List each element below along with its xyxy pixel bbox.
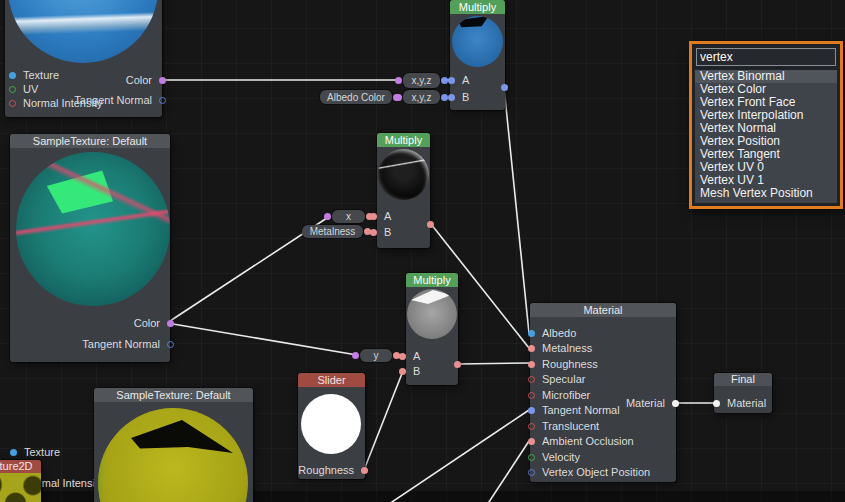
port-vector-input[interactable] — [352, 352, 359, 359]
node-search-input[interactable] — [696, 48, 836, 66]
multiply-preview-sphere-gray — [407, 289, 457, 339]
port-tangent-normal-output[interactable] — [167, 341, 174, 348]
port-label: Tangent Normal — [74, 94, 152, 106]
port-color-output[interactable] — [159, 77, 166, 84]
port-label: Albedo — [542, 327, 576, 339]
port-vector-input[interactable] — [324, 213, 331, 220]
port-a-input[interactable] — [448, 77, 455, 84]
port-label: Texture — [23, 69, 59, 81]
port-tangent-normal-input[interactable] — [528, 407, 535, 414]
node-sample-texture-mid[interactable]: SampleTexture: Default Texture UV Normal… — [10, 134, 170, 362]
node-title[interactable]: Slider — [298, 373, 365, 387]
port-label: A — [462, 74, 469, 86]
node-search-popup: Vertex Binormal Vertex Color Vertex Fron… — [689, 41, 843, 209]
port-result-output[interactable] — [501, 84, 508, 91]
node-title[interactable]: Multiply — [406, 273, 458, 287]
multiply-preview-sphere-black — [378, 149, 429, 200]
port-vector-input[interactable] — [395, 77, 402, 84]
node-multiply-mid[interactable]: Multiply A B — [377, 133, 430, 248]
port-xyz-output[interactable] — [441, 77, 448, 84]
port-metalness-output[interactable] — [364, 228, 371, 235]
port-vertex-object-position-input[interactable] — [528, 469, 535, 476]
port-b-input[interactable] — [370, 229, 377, 236]
node-title[interactable]: SampleTexture: Default — [94, 388, 253, 402]
port-material-output[interactable] — [672, 400, 679, 407]
wire-multiply-to-albedo[interactable] — [504, 87, 529, 333]
node-title[interactable]: Texture2D — [0, 460, 41, 473]
port-b-input[interactable] — [448, 94, 455, 101]
node-title[interactable]: Material — [530, 303, 676, 317]
node-multiply-low[interactable]: Multiply A B — [406, 273, 458, 385]
port-label: UV — [23, 83, 38, 95]
port-color-output[interactable] — [167, 320, 174, 327]
search-results-list: Vertex Binormal Vertex Color Vertex Fron… — [695, 70, 837, 203]
port-result-output[interactable] — [454, 361, 461, 368]
port-label: Texture — [24, 446, 60, 458]
port-label: Roughness — [298, 464, 354, 476]
node-multiply-top[interactable]: Multiply A B — [450, 0, 505, 110]
port-label: Material — [727, 397, 766, 409]
port-label: A — [413, 350, 420, 362]
port-ambient-occlusion-input[interactable] — [528, 438, 535, 445]
node-metalness-parameter[interactable]: Metalness — [302, 225, 363, 238]
node-final[interactable]: Final Material — [714, 373, 772, 413]
node-xyz-swizzle-1[interactable]: x,y,z — [403, 73, 440, 88]
wire-slider-to-multiply-b[interactable] — [364, 371, 403, 470]
wire-offscreen-to-ambient-occlusion[interactable] — [485, 441, 529, 502]
texture-preview-sphere-blue — [8, 0, 158, 63]
port-label: Velocity — [542, 451, 580, 463]
port-label: Microfiber — [542, 389, 590, 401]
node-slider-roughness[interactable]: Slider Roughness — [298, 373, 365, 479]
port-x-output[interactable] — [366, 213, 373, 220]
value-node-label: y — [374, 350, 379, 361]
node-title[interactable]: Final — [714, 373, 772, 386]
node-xyz-swizzle-2[interactable]: x,y,z — [403, 90, 440, 104]
port-label: B — [384, 226, 391, 238]
value-node-label: x,y,z — [412, 92, 432, 103]
port-label: Color — [134, 317, 160, 329]
multiply-preview-sphere-blue — [452, 16, 503, 67]
port-xyz-output[interactable] — [441, 94, 448, 101]
port-a-input[interactable] — [399, 353, 406, 360]
wire-offscreen-to-tangent-normal[interactable] — [383, 410, 529, 502]
port-texture-input[interactable] — [9, 72, 16, 79]
port-color-output[interactable] — [393, 94, 400, 101]
port-label: B — [462, 91, 469, 103]
node-title[interactable]: Multiply — [377, 133, 430, 147]
port-albedo-input[interactable] — [528, 330, 535, 337]
port-metalness-input[interactable] — [528, 345, 535, 352]
port-normal-intensity-input[interactable] — [9, 100, 16, 107]
port-roughness-output[interactable] — [361, 467, 368, 474]
wire-color-to-y[interactable] — [167, 323, 357, 355]
value-node-label: x — [346, 211, 351, 222]
shader-graph-canvas[interactable]: Texture UV Normal Intensity Color Tangen… — [0, 0, 845, 502]
node-title[interactable]: SampleTexture: Default — [10, 134, 170, 148]
port-b-input[interactable] — [399, 368, 406, 375]
port-uv-input[interactable] — [9, 86, 16, 93]
node-sample-texture-bottom[interactable]: SampleTexture: Default — [94, 388, 253, 502]
port-result-output[interactable] — [427, 221, 434, 228]
port-label: Tangent Normal — [82, 338, 160, 350]
port-texture-input[interactable] — [10, 449, 17, 456]
wire-multiply-to-roughness[interactable] — [458, 363, 529, 364]
port-material-input[interactable] — [713, 400, 720, 407]
port-velocity-input[interactable] — [528, 454, 535, 461]
value-node-label: Albedo Color — [327, 92, 385, 103]
node-material[interactable]: Material Albedo Metalness Roughness Spec… — [530, 303, 676, 482]
node-x-swizzle[interactable]: x — [332, 210, 365, 223]
port-roughness-input[interactable] — [528, 361, 535, 368]
node-texture2d[interactable]: Texture2D — [0, 460, 41, 502]
node-y-swizzle[interactable]: y — [360, 349, 392, 362]
search-result-mesh-vertex-position[interactable]: Mesh Vertex Position — [695, 187, 837, 200]
port-microfiber-input[interactable] — [528, 392, 535, 399]
port-specular-input[interactable] — [528, 376, 535, 383]
port-y-output[interactable] — [393, 352, 400, 359]
node-sample-texture-top[interactable]: Texture UV Normal Intensity Color Tangen… — [5, 0, 162, 117]
value-node-label: Metalness — [310, 226, 356, 237]
port-label: B — [413, 365, 420, 377]
port-tangent-normal-output[interactable] — [159, 97, 166, 104]
node-albedo-color-parameter[interactable]: Albedo Color — [320, 90, 392, 104]
node-title[interactable]: Multiply — [450, 0, 505, 14]
port-translucent-input[interactable] — [528, 423, 535, 430]
port-label: Metalness — [542, 342, 592, 354]
